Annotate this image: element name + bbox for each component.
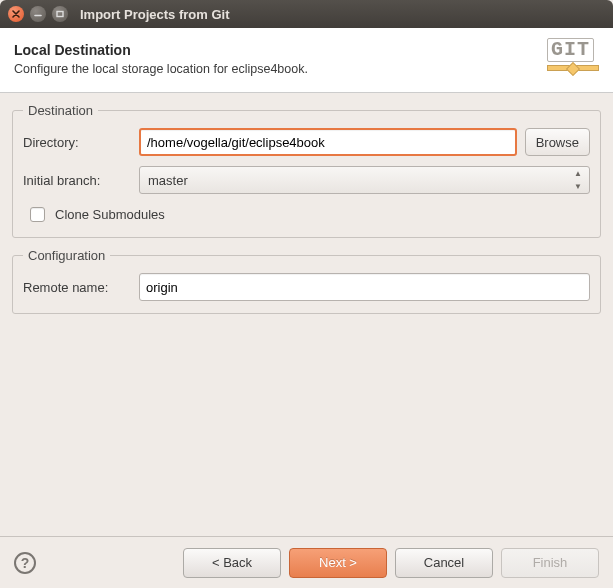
remote-name-label: Remote name: — [23, 280, 131, 295]
git-icon: GIT — [547, 38, 599, 80]
initial-branch-label: Initial branch: — [23, 173, 131, 188]
stepper-icon: ▲▼ — [571, 169, 585, 191]
wizard-footer: ? < Back Next > Cancel Finish — [0, 536, 613, 588]
finish-button: Finish — [501, 548, 599, 578]
directory-input[interactable] — [139, 128, 517, 156]
directory-label: Directory: — [23, 135, 131, 150]
clone-submodules-label: Clone Submodules — [55, 207, 165, 222]
browse-button[interactable]: Browse — [525, 128, 590, 156]
initial-branch-select[interactable]: master ▲▼ — [139, 166, 590, 194]
remote-name-input[interactable] — [139, 273, 590, 301]
svg-rect-0 — [57, 12, 63, 17]
window-close-button[interactable] — [8, 6, 24, 22]
destination-group: Destination Directory: Browse Initial br… — [12, 103, 601, 238]
cancel-button[interactable]: Cancel — [395, 548, 493, 578]
initial-branch-value: master — [148, 173, 188, 188]
wizard-title: Local Destination — [14, 42, 308, 58]
help-icon[interactable]: ? — [14, 552, 36, 574]
destination-legend: Destination — [23, 103, 98, 118]
clone-submodules-checkbox[interactable] — [30, 207, 45, 222]
window-titlebar: Import Projects from Git — [0, 0, 613, 28]
configuration-group: Configuration Remote name: — [12, 248, 601, 314]
back-button[interactable]: < Back — [183, 548, 281, 578]
next-button[interactable]: Next > — [289, 548, 387, 578]
window-maximize-button[interactable] — [52, 6, 68, 22]
clone-submodules-row: Clone Submodules — [26, 204, 590, 225]
wizard-banner: Local Destination Configure the local st… — [0, 28, 613, 93]
wizard-subtitle: Configure the local storage location for… — [14, 62, 308, 76]
window-minimize-button[interactable] — [30, 6, 46, 22]
window-title: Import Projects from Git — [80, 7, 230, 22]
configuration-legend: Configuration — [23, 248, 110, 263]
